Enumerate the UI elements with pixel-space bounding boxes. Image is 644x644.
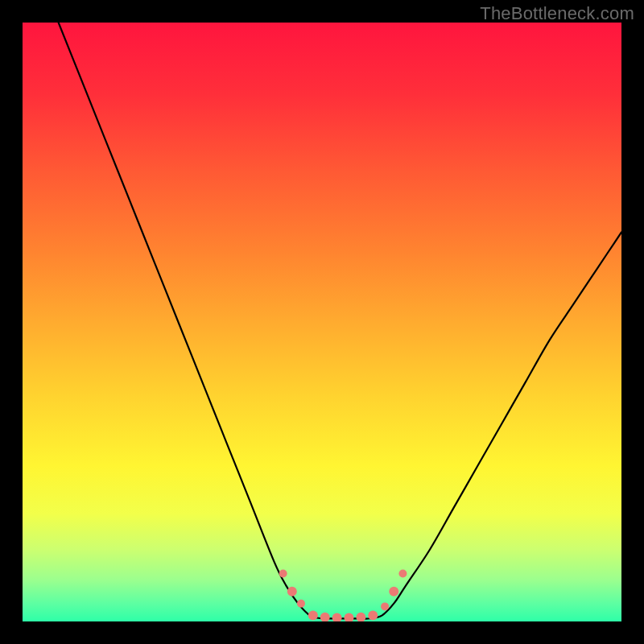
outer-frame: TheBottleneck.com — [0, 0, 644, 644]
highlight-dot — [381, 602, 389, 610]
highlight-dot — [287, 587, 297, 597]
highlight-dot — [398, 569, 407, 577]
highlight-dot — [297, 600, 305, 608]
plot-area — [23, 23, 621, 621]
gradient-background — [23, 23, 621, 621]
chart-svg — [23, 23, 621, 621]
watermark-text: TheBottleneck.com — [480, 3, 634, 24]
highlight-dot — [368, 611, 378, 621]
highlight-dot — [308, 611, 318, 621]
highlight-dot — [389, 587, 398, 597]
highlight-dot — [279, 569, 287, 577]
